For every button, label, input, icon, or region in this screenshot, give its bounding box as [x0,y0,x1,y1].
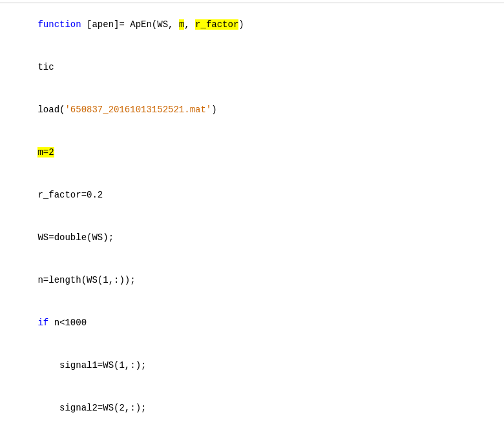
line-3: load('650837_20161013152521.mat') [0,88,504,131]
code-signal1-short: signal1=WS(1,:); [37,360,146,371]
code-n-length: n=length(WS(1,:)); [37,275,135,285]
code-ws-double: WS=double(WS); [37,232,114,243]
line-2: tic [0,46,504,88]
line-1: function [apen]= ApEn(WS, m, r_factor) [0,3,504,46]
line-4: m=2 [0,131,504,174]
line-11: signal3=WS(3,:); [0,429,504,437]
code-tic: tic [37,62,54,72]
keyword-if: if [37,318,48,328]
code-rfactor: r_factor=0.2 [37,190,103,200]
code-load: load( [37,105,65,115]
code-editor: function [apen]= ApEn(WS, m, r_factor) t… [0,0,504,437]
highlight-m-assign: m=2 [37,147,54,158]
line-5: r_factor=0.2 [0,174,504,216]
code-signal2-short: signal2=WS(2,:); [37,403,146,413]
line-10: signal2=WS(2,:); [0,387,504,429]
line-9: signal1=WS(1,:); [0,344,504,387]
line-8: if n<1000 [0,301,504,344]
highlight-rfactor: r_factor [195,19,238,30]
line-6: WS=double(WS); [0,216,504,259]
string-filename: '650837_20161013152521.mat' [65,105,211,115]
line-7: n=length(WS(1,:)); [0,259,504,301]
keyword-function: function [37,19,81,30]
